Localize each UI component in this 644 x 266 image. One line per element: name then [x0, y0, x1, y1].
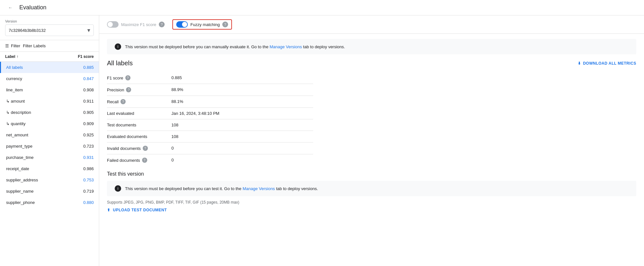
sidebar-item-score: 0.905 [83, 110, 94, 115]
metric-label: F1 score ? [107, 75, 171, 80]
sidebar-item[interactable]: ↳ amount 0.911 [0, 96, 99, 107]
upload-btn-label: UPLOAD TEST DOCUMENT [113, 208, 167, 212]
fuzzy-matching-toggle[interactable] [176, 21, 188, 28]
info-text-before: This version must be deployed before you… [125, 44, 270, 49]
metrics-row: Test documents 108 [107, 119, 313, 131]
sidebar-item[interactable]: supplier_name 0.719 [0, 186, 99, 197]
chevron-down-icon: ▾ [87, 27, 90, 34]
sidebar-item[interactable]: currency 0.847 [0, 73, 99, 84]
metric-value: 108 [171, 123, 178, 127]
info-icon: i [115, 43, 121, 50]
test-version-title: Test this version [107, 171, 636, 177]
sort-asc-icon: ↑ [16, 54, 18, 59]
sidebar-item[interactable]: purchase_time 0.931 [0, 152, 99, 163]
metric-label: Precision ? [107, 87, 171, 92]
sidebar-item-label: currency [6, 76, 22, 81]
sidebar-item-label: ↳ amount [6, 99, 25, 104]
metric-value: 108 [171, 134, 178, 139]
sidebar-item-score: 0.931 [83, 155, 94, 160]
sidebar-item-label: purchase_time [6, 155, 34, 160]
upload-icon: ⬆ [107, 208, 111, 212]
metric-label: Last evaluated [107, 111, 171, 116]
version-dropdown[interactable]: 7c32864b3b8b3132 ▾ [5, 24, 94, 36]
maximize-f1-label: Maximize F1 score [121, 22, 156, 27]
info-text-after: tab to deploy versions. [302, 44, 345, 49]
sidebar-item-label: ↳ quantity [6, 121, 25, 126]
sidebar-item[interactable]: supplier_phone 0.880 [0, 197, 99, 208]
metric-value: 88.1% [171, 99, 183, 104]
test-info-text: This version must be deployed before you… [125, 186, 318, 191]
metric-help-icon[interactable]: ? [120, 99, 126, 104]
sidebar-item-label: supplier_address [6, 178, 38, 182]
all-labels-header: All labels ⬇ DOWNLOAD ALL METRICS [107, 60, 636, 67]
fuzzy-matching-toggle-group: Fuzzy matching ? [172, 19, 232, 30]
info-text: This version must be deployed before you… [125, 44, 345, 49]
upload-test-document-button[interactable]: ⬆ UPLOAD TEST DOCUMENT [107, 208, 167, 212]
score-column-header: F1 score [78, 54, 94, 59]
sidebar-item[interactable]: ↳ quantity 0.909 [0, 118, 99, 129]
test-text-before: This version must be deployed before you… [125, 186, 243, 191]
maximize-f1-toggle-group: Maximize F1 score ? [107, 21, 165, 28]
sidebar-item-score: 0.723 [83, 144, 94, 149]
metrics-row: Precision ? 88.9% [107, 84, 313, 96]
sidebar-item-label: ↳ description [6, 110, 31, 115]
metrics-row: Evaluated documents 108 [107, 131, 313, 142]
deploy-info-banner: i This version must be deployed before y… [107, 39, 636, 54]
sidebar-item-label: net_amount [6, 133, 28, 137]
sidebar-item[interactable]: ↳ description 0.905 [0, 107, 99, 118]
test-text-after: tab to deploy versions. [275, 186, 318, 191]
metric-value: 0 [171, 146, 174, 151]
back-button[interactable]: ← [5, 3, 15, 13]
sidebar-item-score: 0.880 [83, 200, 94, 205]
sidebar-item-label: payment_type [6, 144, 33, 149]
metrics-row: Recall ? 88.1% [107, 96, 313, 108]
manage-versions-link[interactable]: Manage Versions [270, 44, 302, 49]
sidebar-item[interactable]: net_amount 0.925 [0, 129, 99, 141]
label-column-header[interactable]: Label ↑ [5, 54, 18, 59]
main-layout: Version 7c32864b3b8b3132 ▾ ☰ Filter Filt… [0, 15, 644, 266]
sidebar-item-score: 0.909 [83, 121, 94, 126]
filter-label: Filter [11, 43, 20, 48]
filter-labels-button[interactable]: Filter Labels [23, 43, 46, 48]
version-value: 7c32864b3b8b3132 [9, 28, 46, 33]
sidebar-item[interactable]: All labels 0.885 [0, 62, 99, 73]
toolbar: Maximize F1 score ? Fuzzy matching ? [99, 15, 644, 34]
sidebar-item-score: 0.908 [83, 87, 94, 92]
download-icon: ⬇ [578, 61, 581, 66]
sidebar-item[interactable]: receipt_date 0.986 [0, 163, 99, 174]
metric-value: 88.9% [171, 87, 183, 92]
filter-icon: ☰ [5, 43, 9, 48]
fuzzy-matching-label: Fuzzy matching [190, 22, 220, 27]
filter-button[interactable]: ☰ Filter [5, 43, 20, 48]
metrics-row: Last evaluated Jan 16, 2024, 3:48:10 PM [107, 108, 313, 119]
version-selector-section: Version 7c32864b3b8b3132 ▾ [0, 15, 99, 40]
metrics-container: F1 score ? 0.885 Precision ? 88.9% Recal… [107, 72, 313, 166]
label-list: All labels 0.885 currency 0.847 line_ite… [0, 62, 99, 266]
metric-help-icon[interactable]: ? [125, 75, 130, 80]
sidebar-item-label: All labels [6, 65, 23, 70]
test-deploy-banner: i This version must be deployed before y… [107, 181, 636, 196]
sidebar-item[interactable]: supplier_address 0.753 [0, 174, 99, 186]
metric-label: Invalid documents ? [107, 146, 171, 151]
sidebar-item-label: line_item [6, 87, 23, 92]
metrics-row: Invalid documents ? 0 [107, 142, 313, 154]
sidebar-item[interactable]: payment_type 0.723 [0, 141, 99, 152]
sidebar-item[interactable]: line_item 0.908 [0, 84, 99, 96]
metric-help-icon[interactable]: ? [142, 158, 147, 163]
metric-value: 0 [171, 158, 174, 163]
metric-label: Failed documents ? [107, 158, 171, 163]
maximize-f1-toggle[interactable] [107, 21, 119, 28]
metric-help-icon[interactable]: ? [143, 146, 148, 151]
download-all-metrics-button[interactable]: ⬇ DOWNLOAD ALL METRICS [578, 61, 636, 66]
maximize-f1-help-icon[interactable]: ? [159, 22, 165, 27]
filter-row: ☰ Filter Filter Labels [0, 40, 99, 52]
metric-value: Jan 16, 2024, 3:48:10 PM [171, 111, 219, 116]
sidebar-item-label: supplier_name [6, 189, 34, 194]
metrics-row: Failed documents ? 0 [107, 154, 313, 166]
fuzzy-matching-help-icon[interactable]: ? [222, 22, 228, 27]
test-manage-versions-link[interactable]: Manage Versions [243, 186, 275, 191]
metric-value: 0.885 [171, 75, 182, 80]
all-labels-section: All labels ⬇ DOWNLOAD ALL METRICS F1 sco… [99, 60, 644, 166]
header: ← Evaluation [0, 0, 644, 15]
metric-help-icon[interactable]: ? [126, 87, 131, 92]
